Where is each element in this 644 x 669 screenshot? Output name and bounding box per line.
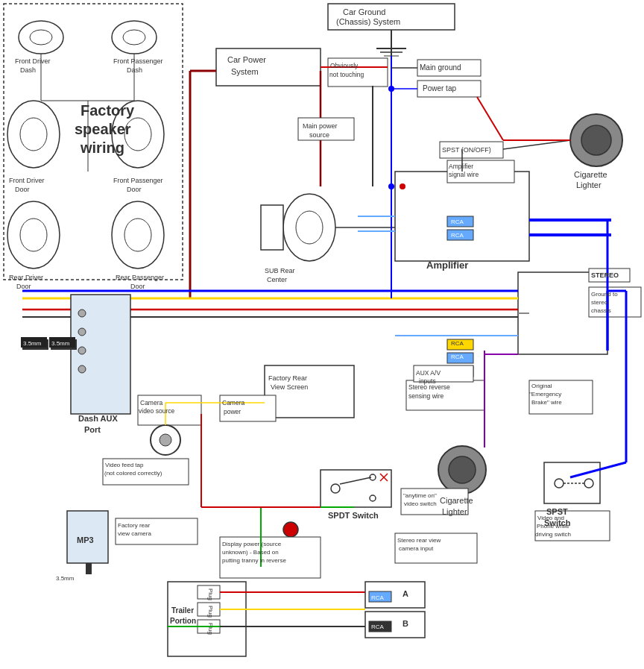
svg-text:sensing wire: sensing wire	[408, 392, 444, 400]
svg-text:Dash: Dash	[127, 66, 142, 74]
diagram-container: Plug Plug Plug	[0, 0, 644, 669]
svg-text:power: power	[224, 408, 241, 415]
svg-text:(not colored correctly): (not colored correctly)	[104, 470, 162, 477]
svg-point-70	[449, 456, 476, 483]
svg-rect-90	[86, 563, 92, 574]
svg-point-55	[78, 347, 86, 354]
svg-text:Display power (source: Display power (source	[222, 541, 282, 547]
svg-text:STEREO: STEREO	[591, 271, 619, 279]
svg-text:MP3: MP3	[77, 535, 94, 544]
svg-text:Factory rear: Factory rear	[118, 522, 150, 529]
svg-text:Cigarette: Cigarette	[440, 496, 473, 505]
svg-text:driving switch: driving switch	[535, 531, 571, 538]
svg-text:Door: Door	[130, 283, 145, 290]
svg-text:"anytime on": "anytime on"	[403, 492, 437, 499]
svg-text:A: A	[402, 589, 408, 598]
svg-text:Main ground: Main ground	[420, 63, 461, 72]
svg-text:AUX A/V: AUX A/V	[416, 369, 441, 377]
svg-text:Car Ground: Car Ground	[343, 7, 385, 16]
svg-text:speaker: speaker	[75, 121, 131, 137]
svg-text:camera input: camera input	[399, 545, 434, 552]
svg-text:Dash AUX: Dash AUX	[78, 414, 118, 423]
svg-text:Door: Door	[127, 186, 142, 193]
svg-point-123	[400, 183, 405, 189]
svg-point-54	[78, 328, 86, 336]
svg-text:Door: Door	[15, 186, 30, 193]
svg-text:RCA: RCA	[451, 354, 464, 360]
svg-text:Rear Passenger: Rear Passenger	[116, 274, 164, 281]
svg-text:Factory: Factory	[80, 102, 135, 119]
svg-text:Obviously: Obviously	[330, 62, 359, 69]
wiring-diagram-svg: Plug Plug Plug	[0, 0, 644, 669]
svg-text:RCA: RCA	[451, 367, 464, 374]
svg-point-65	[160, 434, 171, 446]
svg-text:Plug: Plug	[207, 606, 214, 618]
svg-text:Plug: Plug	[207, 588, 214, 600]
svg-text:RCA: RCA	[451, 340, 464, 347]
svg-text:RCA: RCA	[451, 219, 464, 225]
svg-text:Front Driver: Front Driver	[9, 177, 45, 184]
svg-text:Lighter: Lighter	[576, 180, 602, 189]
svg-text:Main power: Main power	[303, 122, 338, 130]
svg-text:RCA: RCA	[371, 624, 385, 630]
svg-text:Amplifier: Amplifier	[449, 163, 473, 170]
svg-text:Amplifier: Amplifier	[426, 260, 468, 271]
svg-text:Video and: Video and	[537, 515, 564, 521]
svg-text:Factory Rear: Factory Rear	[268, 374, 307, 382]
svg-point-53	[78, 310, 86, 317]
svg-text:Car Power: Car Power	[227, 55, 266, 64]
svg-text:View Screen: View Screen	[271, 383, 308, 391]
svg-text:SUB Rear: SUB Rear	[265, 267, 295, 274]
svg-rect-43	[261, 205, 283, 250]
svg-text:Stereo rear view: Stereo rear view	[397, 537, 441, 544]
svg-text:Lighter: Lighter	[442, 507, 467, 516]
svg-text:Center: Center	[267, 276, 287, 283]
svg-text:view camera: view camera	[118, 530, 151, 537]
svg-text:Front Driver: Front Driver	[15, 57, 51, 65]
svg-rect-62	[265, 365, 354, 418]
svg-text:stereo: stereo	[591, 299, 608, 306]
svg-text:video switch: video switch	[404, 500, 437, 507]
svg-text:3.5mm: 3.5mm	[51, 340, 70, 347]
svg-text:RCA: RCA	[371, 594, 385, 601]
svg-text:chassis: chassis	[591, 307, 611, 314]
svg-text:3.5mm: 3.5mm	[23, 340, 42, 347]
svg-text:not touching: not touching	[329, 71, 364, 78]
svg-text:unknown) - Based on: unknown) - Based on	[222, 549, 279, 556]
svg-text:Door: Door	[16, 283, 31, 290]
svg-text:Stereo reverse: Stereo reverse	[408, 383, 450, 391]
svg-text:Phone while: Phone while	[537, 523, 569, 530]
svg-text:Front Passenger: Front Passenger	[113, 177, 163, 184]
svg-text:Original: Original	[531, 383, 552, 389]
svg-point-121	[388, 86, 394, 92]
svg-text:Front Passenger: Front Passenger	[113, 57, 163, 65]
svg-text:Rear Driver: Rear Driver	[9, 274, 43, 281]
svg-text:source: source	[309, 131, 329, 139]
svg-text:Camera: Camera	[222, 399, 245, 406]
svg-point-122	[388, 183, 394, 189]
svg-text:Plug: Plug	[207, 623, 214, 635]
svg-text:Trailer: Trailer	[171, 606, 194, 615]
svg-text:System: System	[231, 67, 259, 76]
svg-text:SPST (ON/OFF): SPST (ON/OFF)	[442, 146, 491, 154]
svg-text:"Emergency: "Emergency	[529, 391, 561, 398]
svg-text:Brake" wire: Brake" wire	[531, 399, 562, 406]
svg-text:Cigarette: Cigarette	[574, 170, 607, 179]
svg-text:SPDT Switch: SPDT Switch	[328, 511, 379, 520]
svg-text:Dash: Dash	[20, 66, 36, 74]
svg-text:Camera: Camera	[140, 399, 163, 406]
svg-text:Video feed tap: Video feed tap	[105, 462, 144, 468]
svg-point-34	[581, 125, 611, 155]
svg-text:putting tranny in reverse: putting tranny in reverse	[222, 557, 286, 564]
svg-text:wiring: wiring	[80, 139, 124, 156]
svg-text:Portion: Portion	[170, 617, 196, 625]
svg-text:video source: video source	[139, 407, 174, 415]
svg-text:Port: Port	[84, 425, 101, 434]
svg-text:B: B	[402, 619, 408, 628]
svg-text:Power tap: Power tap	[423, 84, 456, 92]
svg-point-85	[283, 522, 298, 537]
svg-text:signal wire: signal wire	[449, 171, 479, 178]
svg-text:(Chassis) System: (Chassis) System	[336, 17, 400, 26]
svg-point-56	[78, 365, 86, 373]
svg-text:3.5mm: 3.5mm	[56, 575, 75, 582]
